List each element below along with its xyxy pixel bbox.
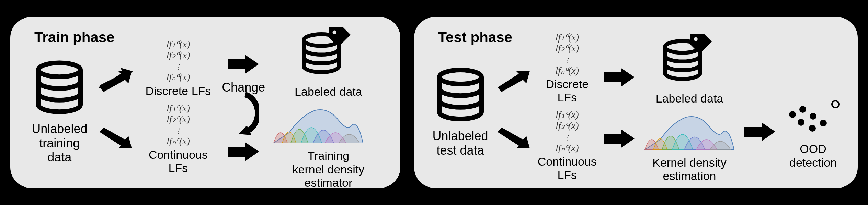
arrow-right-icon (602, 66, 636, 90)
arrow-right-icon (602, 128, 636, 151)
test-input-col: Unlabeledtest data (431, 67, 490, 157)
arrow-down-right-icon (495, 128, 533, 155)
train-title: Train phase (34, 29, 114, 46)
train-input-label: Unlabeledtraining data (27, 122, 92, 164)
tagged-database-icon (656, 84, 714, 90)
test-split-arrows (495, 66, 533, 155)
train-discrete-lfs: lf₁ᵈ(x) lf₂ᵈ(x) ⋮ lfₙᵈ(x) Discrete LFs (146, 39, 211, 98)
train-outputs: Labeled data Trainingkernel densit (270, 24, 386, 189)
test-labeled-data: Labeled data (656, 31, 723, 105)
train-split-arrows (97, 66, 135, 155)
arrow-right-icon (743, 121, 777, 144)
ood-scatter-icon (782, 96, 844, 138)
curve-arrow-icon (228, 91, 259, 137)
test-phase-panel: Test phase Unlabeledtest data (414, 17, 858, 188)
train-kde: Trainingkernel density estimator (270, 102, 386, 189)
train-phase-panel: Train phase Unlabeledtraining data (10, 17, 400, 188)
tagged-database-icon (295, 77, 353, 83)
test-input-label: Unlabeledtest data (433, 129, 488, 157)
database-icon (30, 59, 89, 119)
test-ood: OOD detection (782, 96, 844, 169)
train-mid-arrows: Change (222, 53, 265, 164)
svg-point-0 (38, 63, 80, 77)
kde-distribution-icon (641, 148, 738, 154)
train-input-col: Unlabeledtraining data (27, 59, 92, 164)
train-labeled-data: Labeled data (295, 24, 362, 98)
test-outputs: Labeled data Kernel density estima (641, 31, 738, 183)
arrow-up-right-icon (97, 66, 135, 93)
train-lf-stack: lf₁ᵈ(x) lf₂ᵈ(x) ⋮ lfₙᵈ(x) Discrete LFs l… (140, 39, 217, 175)
train-continuous-lfs: lf₁ᶜ(x) lf₂ᶜ(x) ⋮ lfₙᶜ(x) Continuous LFs (140, 103, 217, 175)
test-discrete-lfs: lf₁ᵈ(x) lf₂ᵈ(x) ⋮ lfₙᵈ(x) Discrete LFs (538, 32, 597, 104)
arrow-up-right-icon (495, 66, 533, 93)
svg-point-12 (832, 101, 839, 108)
test-content: Unlabeledtest data lf₁ᵈ(x) lf₂ᵈ(x) ⋮ lfₙ… (431, 29, 844, 178)
test-kde: Kernel density estimation (641, 109, 738, 183)
svg-point-6 (789, 111, 796, 118)
change-block: Change (222, 80, 265, 137)
svg-point-7 (799, 106, 806, 113)
svg-point-10 (809, 125, 816, 132)
test-title: Test phase (438, 29, 512, 46)
database-icon (431, 67, 490, 126)
arrow-down-right-icon (97, 128, 135, 155)
test-lf-stack: lf₁ᵈ(x) lf₂ᵈ(x) ⋮ lfₙᵈ(x) Discrete LFs l… (538, 32, 597, 182)
test-continuous-lfs: lf₁ᶜ(x) lf₂ᶜ(x) ⋮ lfₙᶜ(x) Continuous LFs (538, 109, 597, 182)
svg-point-5 (694, 37, 697, 41)
svg-point-9 (810, 113, 816, 120)
arrow-right-icon (226, 53, 261, 77)
svg-point-2 (333, 31, 336, 34)
kde-distribution-icon (270, 142, 366, 147)
svg-point-11 (820, 120, 827, 126)
svg-point-8 (798, 119, 804, 126)
test-final-arrow (743, 121, 777, 144)
train-content: Unlabeledtraining data lf₁ᵈ(x) lf₂ᵈ(x) ⋮… (27, 29, 387, 178)
test-mid-arrows (602, 66, 636, 151)
arrow-right-icon (226, 141, 261, 164)
svg-point-3 (439, 70, 481, 84)
